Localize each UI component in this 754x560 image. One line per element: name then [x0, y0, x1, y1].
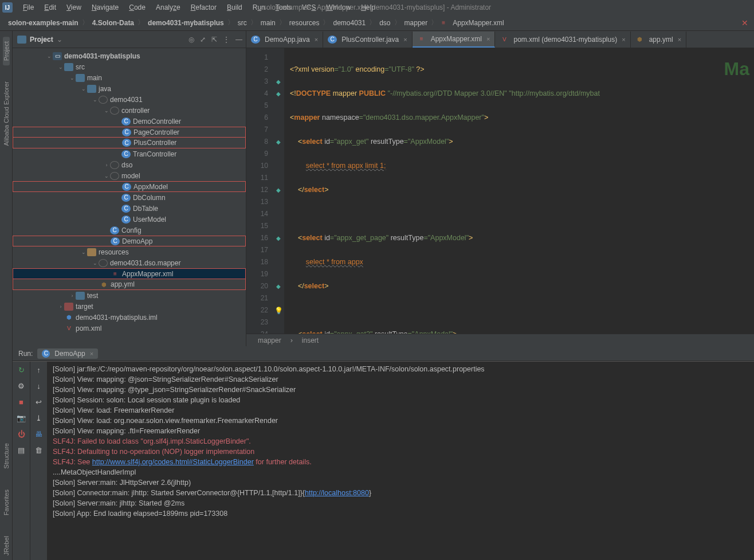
- tab-close-icon[interactable]: ×: [622, 36, 625, 43]
- tree-target[interactable]: target: [76, 303, 93, 311]
- tree-module[interactable]: demo4031-mybatisplus: [64, 52, 140, 60]
- app-icon: IJ: [2, 2, 13, 13]
- run-toolbar-left: ↻ ⚙ ■ 📷 ⏻ ▤: [13, 362, 30, 560]
- tree-main[interactable]: main: [87, 74, 102, 82]
- close-icon[interactable]: ✕: [741, 18, 748, 28]
- menu-edit[interactable]: Edit: [40, 2, 61, 13]
- bc-7[interactable]: dso: [377, 19, 392, 27]
- gutter-jrebel[interactable]: JRebel: [3, 531, 10, 560]
- tree-test[interactable]: test: [87, 292, 98, 300]
- bc-2[interactable]: demo4031-mybatisplus: [146, 19, 226, 27]
- tree-appx-xml[interactable]: AppxMapper.xml: [122, 270, 173, 278]
- console-output[interactable]: [Solon] jar:file:/C:/repo/maven-reposito…: [47, 362, 754, 560]
- menu-build[interactable]: Build: [222, 2, 247, 13]
- tree-demo-controller[interactable]: DemoController: [133, 118, 181, 126]
- tree-usermodel[interactable]: UserModel: [133, 216, 166, 224]
- tab-close-icon[interactable]: ×: [90, 350, 93, 357]
- bc-9[interactable]: AppxMapper.xml: [450, 19, 506, 27]
- rerun-icon[interactable]: ↻: [17, 365, 26, 374]
- tree-dbcolumn[interactable]: DbColumn: [133, 194, 166, 202]
- line-gutter: 123456789101112131415161718192021222324: [246, 48, 273, 334]
- print-icon[interactable]: 🖶: [34, 429, 44, 438]
- clear-icon[interactable]: 🗑: [34, 445, 44, 455]
- target-icon[interactable]: ◎: [188, 36, 194, 44]
- tree-plus-controller[interactable]: PlusController: [133, 139, 176, 147]
- gutter-project[interactable]: Project: [3, 37, 10, 65]
- dropdown-icon[interactable]: ⌄: [57, 36, 62, 44]
- gutter-cloud[interactable]: Alibaba Cloud Explorer: [3, 77, 10, 151]
- menu-file[interactable]: File: [18, 2, 38, 13]
- collapse-icon[interactable]: ⇱: [211, 36, 217, 44]
- scroll-icon[interactable]: ⤓: [34, 413, 44, 422]
- tab-appyml[interactable]: ⬢app.yml×: [631, 32, 686, 48]
- tree-dso[interactable]: dso: [121, 161, 132, 169]
- tree-iml[interactable]: demo4031-mybatisplus.iml: [76, 314, 158, 322]
- minimize-icon[interactable]: —: [235, 36, 242, 44]
- layout-icon[interactable]: ▤: [17, 445, 26, 455]
- watermark: Ma: [724, 58, 749, 80]
- stop-icon[interactable]: ■: [17, 397, 26, 406]
- editor-panel: CDemoApp.java× CPlusController.java× ≡Ap…: [246, 31, 754, 346]
- run-toolbar-left2: ↑ ↓ ↩ ⤓ 🖶 🗑: [30, 362, 47, 560]
- window-title: solon-examples - AppxMapper.xml [demo403…: [263, 3, 491, 11]
- tree-dbtable[interactable]: DbTable: [133, 205, 158, 213]
- dump-icon[interactable]: 📷: [17, 413, 26, 422]
- run-tab-demoapp[interactable]: CDemoApp×: [37, 348, 98, 359]
- panel-title[interactable]: Project: [30, 36, 53, 44]
- menu-code[interactable]: Code: [124, 2, 150, 13]
- settings-icon[interactable]: ⋮: [223, 36, 230, 44]
- bc-0[interactable]: solon-examples-main: [6, 19, 81, 27]
- wrap-icon[interactable]: ↩: [34, 397, 44, 406]
- tab-close-icon[interactable]: ×: [315, 36, 318, 43]
- bulb-icon[interactable]: 💡: [273, 304, 284, 316]
- left-tool-gutter: Project Alibaba Cloud Explorer Structure…: [0, 31, 13, 560]
- tree-pom[interactable]: pom.xml: [76, 324, 101, 332]
- tree-model[interactable]: model: [121, 172, 140, 180]
- bc-8[interactable]: mapper: [402, 19, 430, 27]
- tree-controller[interactable]: controller: [121, 107, 150, 115]
- bc-3[interactable]: src: [235, 19, 249, 27]
- expand-icon[interactable]: ⤢: [200, 36, 206, 44]
- bc-4[interactable]: main: [258, 19, 278, 27]
- project-tree[interactable]: ⌄▭demo4031-mybatisplus ⌄src ⌄main ⌄java …: [13, 48, 246, 346]
- tab-close-icon[interactable]: ×: [486, 36, 490, 42]
- menu-analyze[interactable]: Analyze: [151, 2, 185, 13]
- tree-page-controller[interactable]: PageController: [133, 128, 179, 136]
- breadcrumb-bar: solon-examples-main〉 4.Solon-Data〉 demo4…: [0, 15, 754, 31]
- editor-breadcrumb: mapper › insert: [246, 334, 754, 346]
- tree-pkg[interactable]: demo4031: [110, 96, 143, 104]
- tab-appx[interactable]: ≡AppxMapper.xml×: [413, 32, 496, 48]
- bc-1[interactable]: 4.Solon-Data: [90, 19, 136, 27]
- gutter-favorites[interactable]: Favorites: [3, 485, 10, 520]
- tab-close-icon[interactable]: ×: [678, 36, 681, 43]
- settings-icon[interactable]: ⚙: [17, 381, 26, 390]
- tree-java[interactable]: java: [99, 85, 111, 93]
- up-icon[interactable]: ↑: [34, 365, 44, 374]
- bc-5[interactable]: resources: [287, 19, 322, 27]
- tree-src[interactable]: src: [76, 63, 85, 71]
- tree-tran-controller[interactable]: TranController: [133, 150, 176, 158]
- run-label: Run:: [18, 350, 33, 358]
- menu-navigate[interactable]: Navigate: [87, 2, 123, 13]
- bc-6[interactable]: demo4031: [331, 19, 368, 27]
- tree-config[interactable]: Config: [121, 226, 142, 234]
- tree-appyml[interactable]: app.yml: [111, 280, 135, 288]
- project-panel-header: Project ⌄ ◎ ⤢ ⇱ ⋮ —: [13, 31, 246, 48]
- tree-appx-model[interactable]: AppxModel: [133, 183, 168, 191]
- tab-demoapp[interactable]: CDemoApp.java×: [246, 32, 323, 48]
- gutter-structure[interactable]: Structure: [3, 438, 10, 473]
- menu-refactor[interactable]: Refactor: [186, 2, 221, 13]
- tab-close-icon[interactable]: ×: [403, 36, 407, 43]
- tree-resources[interactable]: resources: [99, 248, 129, 256]
- tab-pom[interactable]: Ⅴpom.xml (demo4031-mybatisplus)×: [495, 32, 630, 48]
- code-editor[interactable]: 123456789101112131415161718192021222324 …: [246, 48, 754, 334]
- tab-plus[interactable]: CPlusController.java×: [323, 32, 413, 48]
- tree-demoapp[interactable]: DemoApp: [122, 237, 152, 245]
- exit-icon[interactable]: ⏻: [17, 429, 26, 438]
- folder-icon: [17, 36, 26, 44]
- down-icon[interactable]: ↓: [34, 381, 44, 390]
- menu-view[interactable]: View: [62, 2, 86, 13]
- icon-gutter: ◆◆◆◆◆◆💡: [273, 48, 284, 334]
- tree-mapper-pkg[interactable]: demo4031.dso.mapper: [110, 259, 180, 267]
- title-bar: IJ File Edit View Navigate Code Analyze …: [0, 0, 754, 15]
